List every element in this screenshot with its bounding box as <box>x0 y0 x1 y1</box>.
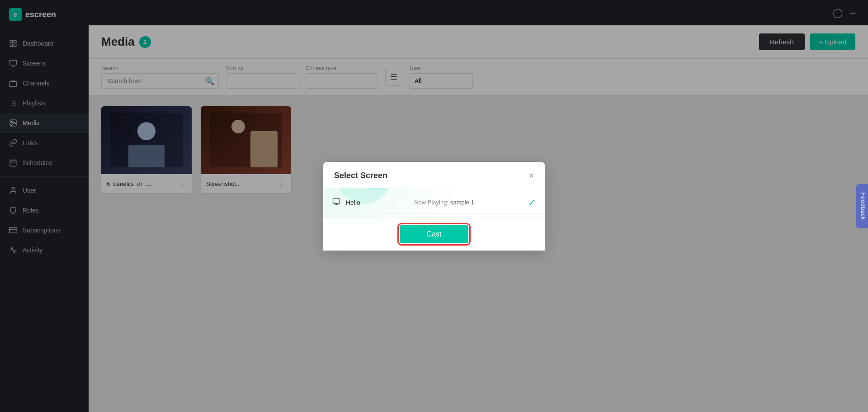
screen-now-playing: Now Playing: sample 1 <box>414 199 474 206</box>
modal-title: Select Screen <box>334 171 387 180</box>
now-playing-label: Now Playing: <box>414 199 448 206</box>
modal-close-button[interactable]: × <box>528 171 534 180</box>
cast-button[interactable]: Cast <box>400 225 469 243</box>
screen-item[interactable]: Hello Now Playing: sample 1 ✓ <box>323 192 545 214</box>
now-playing-value: sample 1 <box>450 199 474 206</box>
modal-footer: Cast <box>323 218 545 251</box>
screen-name: Hello <box>346 199 360 206</box>
modal-overlay[interactable]: Select Screen × Hello Now Playing: sampl… <box>0 0 868 412</box>
modal-header: Select Screen × <box>323 162 545 188</box>
modal-body: Hello Now Playing: sample 1 ✓ <box>323 188 545 218</box>
svg-rect-23 <box>333 199 340 204</box>
select-screen-modal: Select Screen × Hello Now Playing: sampl… <box>323 162 545 251</box>
feedback-tab[interactable]: Feedback <box>856 184 868 228</box>
screen-check-icon: ✓ <box>528 197 536 208</box>
screen-monitor-icon <box>332 198 340 208</box>
screen-item-left: Hello <box>332 198 360 208</box>
